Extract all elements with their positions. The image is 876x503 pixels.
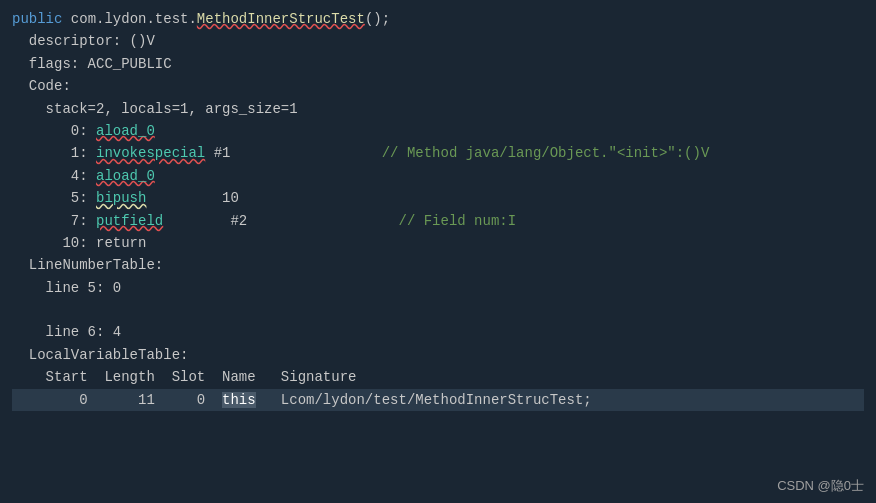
code-line-4: Code: bbox=[12, 75, 864, 97]
code-line-2: descriptor: ()V bbox=[12, 30, 864, 52]
code-line-10: 7: putfield #2 // Field num:I bbox=[12, 210, 864, 232]
code-line-11: 10: return bbox=[12, 232, 864, 254]
watermark: CSDN @隐0士 bbox=[777, 477, 864, 495]
code-line-18: 0 11 0 this Lcom/lydon/test/MethodInnerS… bbox=[12, 389, 864, 411]
code-line-8: 4: aload_0 bbox=[12, 165, 864, 187]
code-line-12: LineNumberTable: bbox=[12, 254, 864, 276]
code-line-1: public com.lydon.test.MethodInnerStrucTe… bbox=[12, 8, 864, 30]
code-line-15: line 6: 4 bbox=[12, 321, 864, 343]
code-line-17: Start Length Slot Name Signature bbox=[12, 366, 864, 388]
code-line-16: LocalVariableTable: bbox=[12, 344, 864, 366]
code-line-9: 5: bipush 10 bbox=[12, 187, 864, 209]
code-line-6: 0: aload_0 bbox=[12, 120, 864, 142]
code-line-13: line 5: 0 bbox=[12, 277, 864, 299]
code-line-7: 1: invokespecial #1 // Method java/lang/… bbox=[12, 142, 864, 164]
code-container: public com.lydon.test.MethodInnerStrucTe… bbox=[0, 0, 876, 503]
code-line-3: flags: ACC_PUBLIC bbox=[12, 53, 864, 75]
code-line-14 bbox=[12, 299, 864, 321]
code-line-5: stack=2, locals=1, args_size=1 bbox=[12, 98, 864, 120]
